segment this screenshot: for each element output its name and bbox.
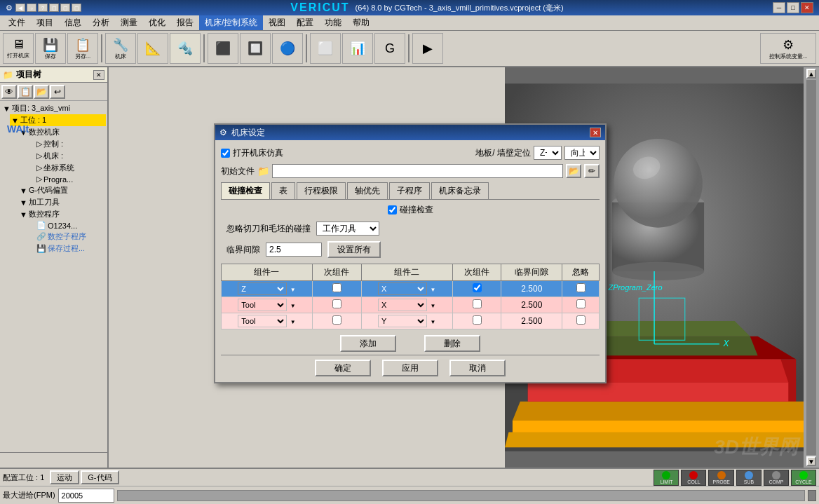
progress-scroll-btn[interactable] (808, 490, 816, 501)
tab-travel[interactable]: 行程极限 (297, 182, 346, 199)
toolbar-icon6[interactable]: ◻ (72, 4, 81, 12)
tree-item-saveproc[interactable]: 💾 保存过程... (35, 243, 106, 254)
motion-tab[interactable]: 运动 (50, 470, 79, 484)
toolbar-btn6[interactable]: 🔩 (170, 33, 201, 64)
menu-help[interactable]: 帮助 (347, 15, 375, 30)
tree-item-cnc[interactable]: ▼ 数控机床 (18, 126, 106, 138)
cancel-btn[interactable]: 取消 (449, 360, 506, 376)
ignore-select[interactable]: 工作刀具 全部 (316, 222, 379, 236)
tree-item-coord[interactable]: ▷ 坐标系统 (35, 162, 106, 174)
init-file-input[interactable] (272, 164, 563, 178)
toolbar-btn12[interactable]: G (374, 33, 405, 64)
panel-btn-eye[interactable]: 👁 (1, 85, 17, 99)
tree-item-project[interactable]: ▼ 项目: 3_axis_vmi (1, 102, 106, 114)
menu-project[interactable]: 项目 (31, 15, 59, 30)
row0-sub1-check[interactable] (332, 283, 341, 292)
menu-report[interactable]: 报告 (171, 15, 199, 30)
tab-subprog[interactable]: 子程序 (389, 182, 430, 199)
menu-measure[interactable]: 测量 (115, 15, 143, 30)
toolbar-icon2[interactable]: ⬦ (27, 4, 36, 12)
tree-item-gcode[interactable]: ▼ G-代码偏置 (18, 184, 106, 196)
add-btn[interactable]: 添加 (340, 335, 396, 352)
tree-item-tool[interactable]: ▼ 加工刀具 (18, 196, 106, 208)
menu-config[interactable]: 配置 (291, 15, 319, 30)
row0-sub2-check[interactable] (473, 283, 482, 292)
row1-sub1-check[interactable] (332, 299, 341, 308)
menu-file[interactable]: 文件 (3, 15, 31, 30)
tree-item-control[interactable]: ▷ 控制 : (35, 138, 106, 150)
panel-btn-folder[interactable]: 📂 (34, 85, 49, 99)
row2-sub1-check[interactable] (332, 315, 341, 325)
modal-close-btn[interactable]: ✕ (590, 128, 601, 137)
close-btn[interactable]: ✕ (801, 2, 813, 13)
max-feed-input[interactable] (58, 489, 114, 503)
toolbar-btn13[interactable]: ▶ (412, 33, 443, 64)
save-btn[interactable]: 💾 保存 (35, 33, 66, 64)
menu-machine[interactable]: 机床/控制系统 (199, 15, 263, 30)
row1-comp2-select[interactable]: X Y (378, 299, 427, 311)
panel-btn-copy[interactable]: 📋 (18, 85, 33, 99)
panel-btn-undo[interactable]: ↩ (50, 85, 65, 99)
tree-item-progra[interactable]: ▷ Progra... (35, 174, 106, 184)
row1-sub2-check[interactable] (473, 299, 482, 308)
edit-btn[interactable]: ✏ (584, 164, 600, 178)
indicator-sub[interactable]: SUB (736, 470, 762, 486)
floor-pos-select[interactable]: Z+ Z- Y+ (534, 146, 562, 160)
row0-comp2-select[interactable]: X Y (378, 282, 427, 295)
toolbar-btn5[interactable]: 📐 (137, 33, 168, 64)
project-panel-close[interactable]: ✕ (93, 70, 104, 80)
apply-btn[interactable]: 应用 (382, 360, 438, 376)
toolbar-icon3[interactable]: ? (38, 4, 48, 12)
collision-check-checkbox[interactable] (388, 205, 397, 214)
indicator-coll[interactable]: COLL (681, 470, 706, 486)
indicator-probe[interactable]: PROBE (708, 470, 734, 486)
toolbar-btn4[interactable]: 🔧 机床 (105, 33, 136, 64)
toolbar-btn11[interactable]: 📊 (342, 33, 373, 64)
ok-btn[interactable]: 确定 (315, 360, 371, 376)
menu-info[interactable]: 信息 (59, 15, 87, 30)
row1-comp1-select[interactable]: Tool Z (238, 299, 287, 311)
browse-btn[interactable]: 📂 (566, 164, 581, 178)
indicator-limit[interactable]: LIMIT (654, 470, 679, 486)
open-machine-btn[interactable]: 🖥 打开机床 (3, 33, 34, 64)
open-sim-checkbox[interactable] (221, 149, 230, 158)
control-sys-btn[interactable]: ⚙ 控制系统变量... (760, 33, 816, 64)
clearance-input[interactable] (266, 243, 322, 257)
save-as-btn[interactable]: 📋 另存... (67, 33, 98, 64)
toolbar-icon5[interactable]: ◻ (60, 4, 70, 12)
tab-collision[interactable]: 碰撞检查 (221, 182, 270, 199)
toolbar-btn7[interactable]: ⬛ (208, 33, 238, 64)
toolbar-btn10[interactable]: ⬜ (310, 33, 341, 64)
toolbar-btn9[interactable]: 🔵 (272, 33, 303, 64)
menu-view[interactable]: 视图 (263, 15, 291, 30)
row2-ignore-check[interactable] (576, 315, 586, 325)
scroll-up-btn[interactable]: ▲ (806, 69, 816, 79)
toolbar-btn8[interactable]: 🔲 (240, 33, 271, 64)
min-btn[interactable]: ─ (773, 2, 785, 13)
menu-function[interactable]: 功能 (319, 15, 347, 30)
toolbar-icon4[interactable]: ◻ (49, 4, 59, 12)
scroll-down-btn[interactable]: ▼ (806, 456, 816, 466)
row2-comp1-select[interactable]: Tool Z (238, 315, 287, 327)
viewport-scrollbar-v[interactable]: ▲ ▼ (804, 67, 819, 468)
indicator-cycle[interactable]: CYCLE (791, 470, 816, 486)
indicator-comp[interactable]: COMP (764, 470, 789, 486)
row2-sub2-check[interactable] (473, 315, 482, 325)
menu-optimize[interactable]: 优化 (143, 15, 171, 30)
tree-item-machine[interactable]: ▷ 机床 : (35, 150, 106, 162)
toolbar-icon1[interactable]: ◀ (15, 4, 25, 12)
row2-comp2-select[interactable]: Y X (378, 315, 427, 327)
row1-ignore-check[interactable] (576, 299, 586, 308)
gcode-tab[interactable]: G-代码 (81, 470, 119, 484)
tab-table[interactable]: 表 (271, 182, 295, 199)
menu-analysis[interactable]: 分析 (87, 15, 115, 30)
row0-ignore-check[interactable] (576, 283, 586, 292)
max-btn[interactable]: □ (787, 2, 799, 13)
tree-item-o1234[interactable]: 📄 O1234... (35, 220, 106, 231)
tree-item-subprog[interactable]: 🔗 数控子程序 (35, 231, 106, 243)
tab-memo[interactable]: 机床备忘录 (431, 182, 489, 199)
tab-axis[interactable]: 轴优先 (347, 182, 388, 199)
delete-btn[interactable]: 删除 (424, 335, 480, 352)
row0-comp1-select[interactable]: Z Tool (238, 282, 287, 295)
set-all-btn[interactable]: 设置所有 (327, 241, 381, 258)
